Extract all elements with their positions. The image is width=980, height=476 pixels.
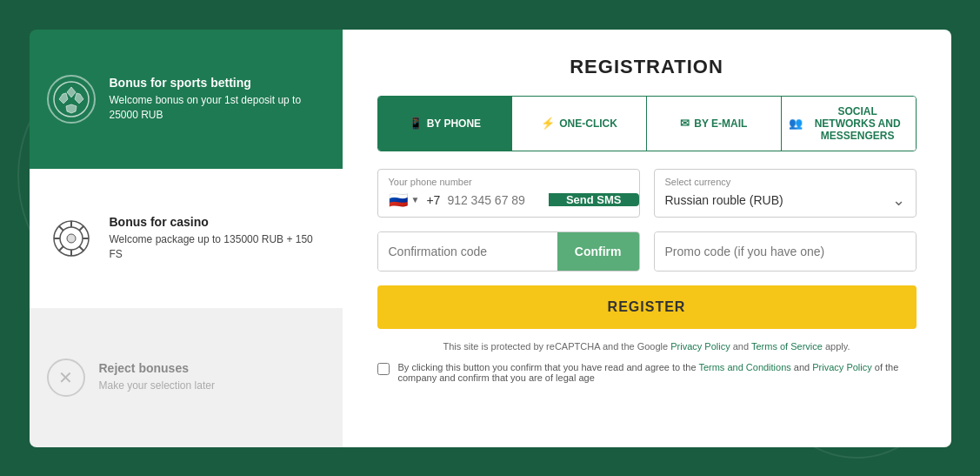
tab-social[interactable]: 👥 SOCIAL NETWORKS AND MESSENGERS: [782, 97, 916, 151]
casino-bonus-desc: Welcome package up to 135000 RUB + 150 F…: [110, 232, 325, 262]
terms-row: By clicking this button you confirm that…: [377, 362, 917, 383]
phone-input-row: 🇷🇺 ▼ +7 Send SMS: [389, 191, 629, 210]
sports-bonus-desc: Welcome bonus on your 1st deposit up to …: [110, 93, 325, 123]
recaptcha-text-before: This site is protected by reCAPTCHA and …: [443, 341, 669, 352]
main-container: Bonus for sports betting Welcome bonus o…: [30, 30, 951, 447]
svg-line-12: [79, 246, 83, 251]
svg-marker-4: [66, 104, 77, 113]
registration-title: REGISTRATION: [377, 56, 917, 78]
oneclick-tab-icon: ⚡: [541, 117, 555, 130]
sports-bonus-text: Bonus for sports betting Welcome bonus o…: [110, 76, 325, 123]
flag-emoji: 🇷🇺: [389, 191, 408, 210]
reject-bonus-card[interactable]: ✕ Reject bonuses Make your selection lat…: [30, 308, 343, 447]
currency-field-group: Select currency Russian rouble (RUB) ⌄: [654, 169, 917, 218]
sports-bonus-icon: [47, 75, 96, 124]
phone-prefix: +7: [426, 193, 440, 207]
reject-title: Reject bonuses: [99, 361, 325, 375]
reject-text: Reject bonuses Make your selection later: [99, 361, 325, 393]
terms-checkbox[interactable]: [377, 363, 390, 375]
right-panel: REGISTRATION 📱 BY PHONE ⚡ ONE-CLICK ✉ BY…: [343, 30, 951, 447]
recaptcha-terms-link[interactable]: Terms of Service: [751, 341, 823, 352]
tab-one-click[interactable]: ⚡ ONE-CLICK: [512, 97, 647, 151]
confirmation-input[interactable]: [378, 232, 557, 271]
email-tab-icon: ✉: [680, 117, 690, 130]
phone-currency-row: Your phone number 🇷🇺 ▼ +7 Send SMS Selec…: [377, 169, 917, 218]
casino-bonus-card[interactable]: Bonus for casino Welcome package up to 1…: [30, 169, 343, 308]
tab-by-email-label: BY E-MAIL: [694, 117, 747, 130]
recaptcha-and: and: [733, 341, 749, 352]
phone-field-group: Your phone number 🇷🇺 ▼ +7 Send SMS: [377, 169, 640, 218]
promo-group: [654, 231, 917, 272]
casino-bonus-icon: [47, 214, 96, 263]
terms-conditions-link[interactable]: Terms and Conditions: [698, 362, 790, 372]
recaptcha-privacy-link[interactable]: Privacy Policy: [670, 341, 730, 352]
svg-line-14: [59, 246, 63, 251]
register-button[interactable]: REGISTER: [377, 285, 917, 329]
tab-by-email[interactable]: ✉ BY E-MAIL: [647, 97, 782, 151]
tab-one-click-label: ONE-CLICK: [559, 117, 617, 130]
sports-bonus-card[interactable]: Bonus for sports betting Welcome bonus o…: [30, 30, 343, 169]
send-sms-button[interactable]: Send SMS: [549, 193, 639, 206]
sports-bonus-title: Bonus for sports betting: [110, 76, 325, 90]
recaptcha-apply: apply.: [825, 341, 850, 352]
svg-marker-3: [59, 93, 68, 104]
tab-social-label: SOCIAL NETWORKS AND MESSENGERS: [807, 105, 909, 142]
left-panel: Bonus for sports betting Welcome bonus o…: [30, 30, 343, 447]
confirm-promo-row: Confirm: [377, 231, 917, 272]
casino-bonus-text: Bonus for casino Welcome package up to 1…: [110, 215, 325, 262]
phone-tab-icon: 📱: [409, 117, 423, 130]
currency-chevron-icon: ⌄: [892, 191, 905, 210]
tab-by-phone-label: BY PHONE: [427, 117, 481, 130]
svg-line-11: [59, 226, 63, 231]
currency-select[interactable]: Russian rouble (RUB): [665, 193, 892, 207]
flag-chevron-icon: ▼: [411, 195, 420, 204]
promo-input[interactable]: [655, 232, 916, 271]
svg-line-13: [79, 226, 83, 231]
social-tab-icon: 👥: [789, 117, 803, 130]
confirmation-group: Confirm: [377, 231, 640, 272]
casino-bonus-title: Bonus for casino: [110, 215, 325, 229]
tabs-container: 📱 BY PHONE ⚡ ONE-CLICK ✉ BY E-MAIL 👥 SOC…: [377, 96, 917, 151]
phone-input[interactable]: [447, 193, 535, 207]
terms-text: By clicking this button you confirm that…: [398, 362, 917, 383]
confirm-button[interactable]: Confirm: [557, 232, 639, 271]
terms-privacy-link[interactable]: Privacy Policy: [812, 362, 871, 372]
terms-and: and: [794, 362, 810, 372]
reject-desc: Make your selection later: [99, 379, 325, 393]
country-flag-select[interactable]: 🇷🇺 ▼: [389, 191, 420, 210]
svg-marker-1: [67, 87, 76, 97]
currency-select-row: Russian rouble (RUB) ⌄: [665, 191, 905, 210]
svg-marker-2: [75, 93, 83, 104]
tab-by-phone[interactable]: 📱 BY PHONE: [378, 97, 513, 151]
currency-label: Select currency: [665, 177, 905, 187]
reject-icon: ✕: [47, 359, 85, 397]
svg-point-15: [67, 234, 76, 243]
recaptcha-notice: This site is protected by reCAPTCHA and …: [377, 341, 917, 352]
phone-label: Your phone number: [389, 177, 629, 187]
terms-text-before: By clicking this button you confirm that…: [398, 362, 697, 372]
